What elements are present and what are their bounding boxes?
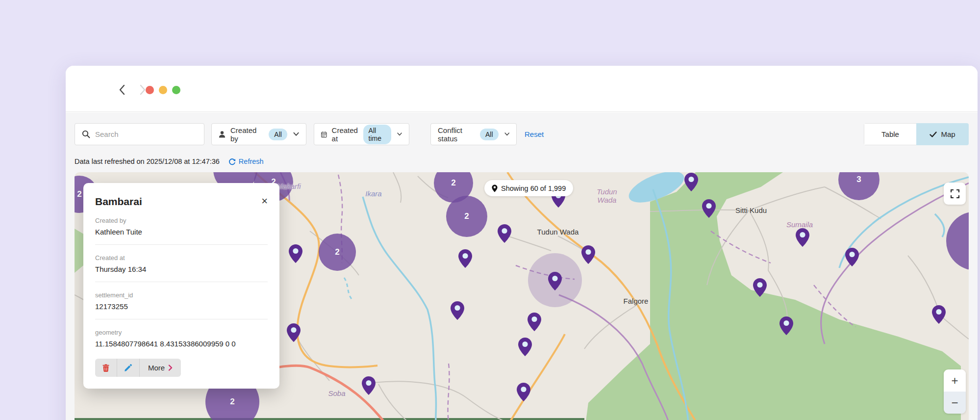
filter-created-at[interactable]: Created at All time bbox=[314, 123, 409, 145]
divider bbox=[95, 282, 268, 282]
filter-label: Created by bbox=[230, 126, 264, 143]
map-view-label: Map bbox=[941, 130, 955, 138]
map-marker[interactable] bbox=[458, 249, 473, 268]
showing-count-text: Showing 60 of 1,999 bbox=[501, 184, 566, 192]
refresh-button[interactable]: Refresh bbox=[228, 158, 264, 165]
edit-button[interactable] bbox=[117, 359, 140, 377]
table-view-button[interactable]: Table bbox=[864, 123, 916, 145]
map-cluster[interactable]: 2 bbox=[446, 196, 487, 237]
map-marker[interactable] bbox=[702, 199, 716, 218]
map-marker[interactable] bbox=[450, 301, 465, 320]
field-value: Kathleen Tuite bbox=[95, 228, 268, 236]
divider bbox=[95, 319, 268, 319]
user-icon bbox=[219, 131, 226, 138]
map-place-label: Tudun Wada bbox=[591, 187, 623, 205]
map-zoom-control: + − bbox=[944, 369, 966, 414]
window-titlebar bbox=[66, 66, 978, 112]
map-marker[interactable] bbox=[527, 312, 542, 332]
last-refreshed-text: Data last refreshed on 2025/12/08 at 12:… bbox=[75, 158, 220, 165]
more-button[interactable]: More bbox=[140, 359, 181, 377]
map-place-label: Falgore bbox=[624, 297, 649, 305]
pencil-icon bbox=[125, 364, 132, 371]
map-marker[interactable] bbox=[286, 323, 301, 342]
more-label: More bbox=[148, 364, 165, 372]
map-place-label: Makarfi bbox=[276, 182, 301, 190]
popup-actions: More bbox=[95, 359, 181, 377]
map-marker[interactable] bbox=[795, 228, 810, 247]
filter-value-pill: All bbox=[480, 129, 499, 140]
search-box[interactable] bbox=[75, 123, 204, 145]
table-view-label: Table bbox=[881, 130, 899, 138]
fullscreen-icon bbox=[951, 189, 959, 198]
map-place-label: Ikara bbox=[365, 189, 381, 198]
field-label: Created by bbox=[95, 217, 268, 224]
delete-button[interactable] bbox=[95, 359, 117, 377]
zoom-out-button[interactable]: − bbox=[944, 392, 966, 414]
map-place-label: Sitti Kudu bbox=[735, 206, 767, 214]
cluster-count: 2 bbox=[77, 189, 81, 199]
filter-label: Created at bbox=[332, 126, 358, 143]
refresh-label: Refresh bbox=[239, 158, 264, 165]
trash-icon bbox=[102, 364, 109, 372]
check-icon bbox=[930, 131, 937, 137]
filter-value-pill: All time bbox=[363, 125, 391, 144]
feature-popup: Bambarai × Created by Kathleen Tuite Cre… bbox=[83, 183, 279, 389]
location-pin-icon bbox=[492, 184, 498, 192]
filter-value-pill: All bbox=[269, 129, 287, 140]
map-marker[interactable] bbox=[581, 245, 596, 264]
filter-created-by[interactable]: Created by All bbox=[211, 123, 306, 145]
map-view-button[interactable]: Map bbox=[916, 123, 969, 145]
cluster-count: 3 bbox=[856, 175, 861, 184]
filter-conflict-status[interactable]: Conflict status All bbox=[430, 123, 517, 145]
window-content: Created by All Created at All time bbox=[66, 112, 978, 420]
chevron-down-icon bbox=[293, 132, 299, 136]
map-place-label: Sumaila bbox=[786, 220, 813, 229]
search-input[interactable] bbox=[95, 130, 188, 138]
app-window: Created by All Created at All time bbox=[66, 66, 978, 420]
map-marker[interactable] bbox=[497, 224, 512, 243]
map-marker[interactable] bbox=[516, 382, 531, 402]
fullscreen-button[interactable] bbox=[944, 183, 966, 205]
maximize-window-button[interactable] bbox=[172, 86, 180, 94]
refresh-icon bbox=[228, 158, 236, 165]
chevron-down-icon bbox=[397, 132, 402, 136]
zoom-in-button[interactable]: + bbox=[944, 369, 966, 392]
map-place-label: Soba bbox=[328, 389, 345, 397]
cluster-count: 2 bbox=[451, 178, 455, 188]
search-icon bbox=[82, 130, 90, 138]
map-canvas[interactable]: 2222232 MakarfiIkaraTudun WadaTudun Wada… bbox=[75, 172, 969, 420]
close-icon[interactable]: × bbox=[261, 196, 268, 207]
forward-icon[interactable] bbox=[136, 83, 149, 96]
chevron-right-icon bbox=[168, 365, 173, 371]
map-marker-selected[interactable] bbox=[548, 271, 562, 291]
map-place-label: Tudun Wada bbox=[537, 228, 579, 236]
field-label: settlement_id bbox=[95, 291, 268, 299]
cluster-count: 2 bbox=[464, 211, 469, 221]
map-marker[interactable] bbox=[779, 316, 794, 336]
view-toggle: Table Map bbox=[864, 123, 969, 145]
calendar-icon bbox=[321, 131, 327, 138]
cluster-count: 2 bbox=[335, 247, 339, 257]
map-marker[interactable] bbox=[518, 337, 532, 357]
divider bbox=[95, 244, 268, 245]
field-value: 12173255 bbox=[95, 302, 268, 311]
map-marker[interactable] bbox=[753, 278, 767, 297]
map-marker[interactable] bbox=[361, 376, 376, 395]
map-marker[interactable] bbox=[288, 244, 303, 263]
minimize-window-button[interactable] bbox=[159, 86, 167, 94]
popup-title: Bambarai bbox=[95, 196, 142, 208]
map-cluster[interactable]: 2 bbox=[319, 234, 356, 271]
back-icon[interactable] bbox=[116, 83, 129, 96]
field-value: Thursday 16:34 bbox=[95, 265, 268, 273]
map-marker[interactable] bbox=[845, 247, 859, 267]
cluster-count: 2 bbox=[230, 397, 234, 407]
field-label: Created at bbox=[95, 254, 268, 262]
field-label: geometry bbox=[95, 329, 268, 336]
map-marker[interactable] bbox=[684, 172, 699, 192]
map-marker[interactable] bbox=[931, 305, 946, 324]
filter-label: Conflict status bbox=[438, 126, 475, 143]
field-value: 11.1584807798641 8.43153386009959 0 0 bbox=[95, 340, 268, 348]
refresh-bar: Data last refreshed on 2025/12/08 at 12:… bbox=[75, 158, 264, 165]
showing-count-badge: Showing 60 of 1,999 bbox=[484, 180, 573, 196]
reset-filters-link[interactable]: Reset bbox=[525, 123, 544, 145]
